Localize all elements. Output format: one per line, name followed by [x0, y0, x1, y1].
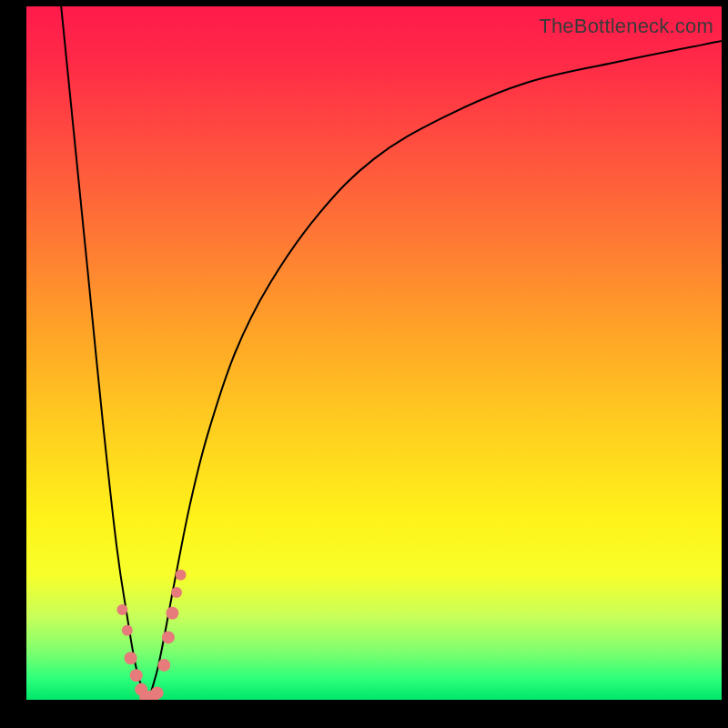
data-marker — [166, 607, 178, 620]
data-marker — [162, 631, 175, 643]
curves-svg — [26, 6, 722, 700]
data-marker — [151, 686, 164, 699]
plot-area: TheBottleneck.com — [26, 6, 722, 700]
data-marker — [130, 669, 143, 682]
data-marker — [176, 570, 187, 581]
left-curve — [61, 6, 148, 700]
data-marker — [171, 587, 182, 598]
data-marker — [122, 625, 133, 636]
right-curve — [149, 41, 723, 700]
data-marker — [125, 652, 137, 664]
chart-container: TheBottleneck.com — [0, 0, 728, 728]
data-marker — [157, 659, 170, 672]
data-marker — [116, 604, 127, 615]
markers-group — [116, 570, 186, 700]
